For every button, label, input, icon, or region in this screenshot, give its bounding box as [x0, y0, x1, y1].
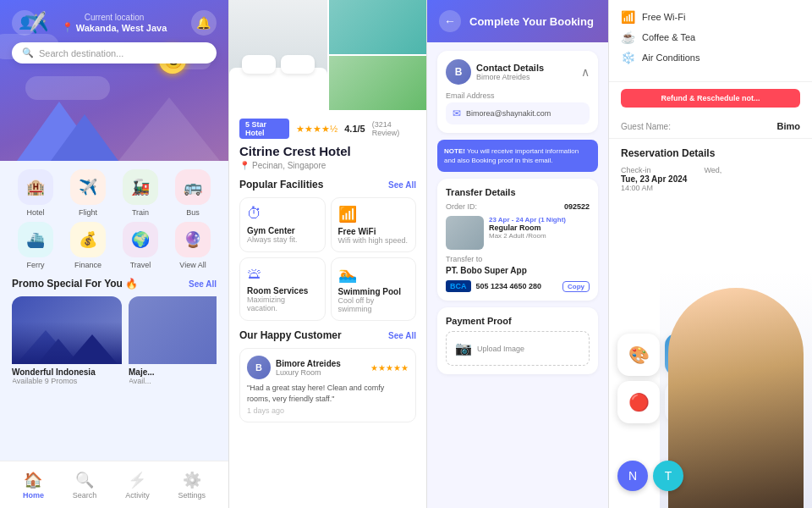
- promo-title: Promo Special For You 🔥: [12, 278, 138, 290]
- refund-reschedule-button[interactable]: Refund & Reschedule not...: [621, 89, 800, 108]
- nav-settings[interactable]: ⚙️ Settings: [178, 471, 206, 500]
- customers-title: Our Happy Customer: [239, 329, 342, 341]
- small-icon-teal[interactable]: T: [653, 461, 683, 491]
- ferry-label: Ferry: [27, 261, 45, 269]
- activity-icon: ⚡: [128, 471, 146, 489]
- room-name: Regular Room: [489, 224, 590, 232]
- notification-bell[interactable]: 🔔: [191, 10, 217, 36]
- ferry-icon-bg: ⛴️: [18, 222, 53, 257]
- contact-left: B Contact Details Bimore Atreides: [446, 59, 544, 85]
- room-service-name: Room Services: [247, 286, 318, 295]
- figma-icon[interactable]: 🎨: [617, 334, 660, 376]
- hero-section: 😊 ✈️ 👤 Current location 📍 Wakanda, West …: [0, 0, 228, 161]
- home-nav-label: Home: [23, 491, 44, 500]
- customers-header: Our Happy Customer See All: [239, 329, 416, 341]
- email-field[interactable]: ✉ Bimorea@shaynakit.com: [446, 102, 590, 124]
- facilities-grid: ⏱ Gym Center Always stay fit. 📶 Free WiF…: [239, 197, 416, 321]
- pool-icon: 🏊: [338, 265, 409, 284]
- home-icon: 🏠: [24, 471, 42, 489]
- avatar[interactable]: 👤: [12, 10, 37, 36]
- coffee-icon: ☕: [621, 30, 635, 44]
- bus-icon-bg: 🚌: [175, 169, 211, 205]
- facility-room-service: 🛎 Room Services Maximizing vacation.: [239, 257, 326, 321]
- facility-pool: 🏊 Swimming Pool Cool off by swimming: [331, 257, 417, 321]
- email-label: Email Address: [446, 91, 590, 100]
- facilities-list: 📶 Free Wi-Fi ☕ Coffee & Tea ❄️ Air Condi…: [609, 0, 812, 82]
- back-button[interactable]: ←: [439, 10, 461, 32]
- review-time: 1 days ago: [247, 406, 409, 415]
- flight-icon-bg: ✈️: [70, 169, 106, 205]
- bank-row: BCA 505 1234 4650 280 Copy: [446, 280, 590, 292]
- checkout-col: Wed,: [704, 166, 721, 192]
- promo-card-2[interactable]: Maje... Avail...: [129, 296, 217, 389]
- checkin-time: 14:00 AM: [621, 184, 687, 192]
- location-pin-icon: 📍: [239, 161, 250, 170]
- rating-row: 5 Star Hotel ★★★★½ 4.1/5 (3214 Review): [239, 119, 416, 139]
- small-app-icons: N T: [617, 461, 683, 491]
- nav-search[interactable]: 🔍 Search: [73, 471, 97, 500]
- category-train[interactable]: 🚂 Train: [117, 169, 164, 217]
- room-info: 23 Apr - 24 Apr (1 Night) Regular Room M…: [489, 216, 590, 240]
- promo-img-1: [12, 296, 122, 364]
- reviewer-row: B Bimore Atreides Luxury Room ★★★★★: [247, 356, 409, 379]
- wifi-desc: Wifi with high speed.: [338, 236, 409, 245]
- bank-number: 505 1234 4650 280: [476, 282, 542, 290]
- location-box: Current location 📍 Wakanda, West Java: [62, 13, 167, 33]
- transfer-section: Transfer Details Order ID: 092522 23 Apr…: [437, 179, 598, 301]
- promo-card-1[interactable]: Wonderful Indonesia Available 9 Promos: [12, 296, 122, 389]
- cloud-3: [25, 76, 110, 100]
- finance-label: Finance: [74, 261, 102, 269]
- category-bus[interactable]: 🚌 Bus: [169, 169, 217, 217]
- review-stars: ★★★★★: [370, 363, 409, 373]
- mountain-2: [51, 114, 118, 161]
- settings-icon: ⚙️: [183, 471, 201, 489]
- gym-icon: ⏱: [247, 205, 318, 223]
- pin-icon: 📍: [62, 22, 74, 33]
- payment-proof-title: Payment Proof: [446, 316, 590, 326]
- email-value: Bimorea@shaynakit.com: [466, 109, 551, 118]
- upload-box[interactable]: 📷 Upload Image: [446, 331, 590, 366]
- booking-body: B Contact Details Bimore Atreides ∧ Emai…: [427, 42, 608, 389]
- booking-title: Complete Your Booking: [469, 15, 594, 28]
- copy-button[interactable]: Copy: [562, 281, 590, 292]
- note-box: NOTE! You will receive important informa…: [437, 140, 598, 172]
- train-label: Train: [132, 208, 149, 217]
- category-flight[interactable]: ✈️ Flight: [64, 169, 112, 217]
- promo-see-all[interactable]: See All: [189, 279, 217, 289]
- customers-see-all[interactable]: See All: [388, 331, 416, 340]
- laravel-icon[interactable]: 🔴: [617, 381, 660, 423]
- promo-sub-1: Available 9 Promos: [12, 377, 122, 385]
- review-text: "Had a great stay here! Clean and comfy …: [247, 383, 409, 404]
- guest-name: Bimo: [777, 121, 801, 131]
- category-travel[interactable]: 🌍 Travel: [117, 222, 164, 269]
- category-hotel[interactable]: 🏨 Hotel: [12, 169, 59, 217]
- note-text: NOTE! You will receive important informa…: [444, 146, 591, 165]
- facility-wifi: 📶 Free WiFi Wifi with high speed.: [331, 197, 417, 252]
- room-capacity: Max 2 Adult /Room: [489, 232, 590, 240]
- category-finance[interactable]: 💰 Finance: [64, 222, 112, 269]
- contact-info: Contact Details Bimore Atreides: [476, 63, 544, 81]
- small-icon-blue[interactable]: N: [617, 461, 648, 491]
- app-header: 👤 Current location 📍 Wakanda, West Java …: [12, 10, 217, 36]
- panel-complete-booking: ← Complete Your Booking B Contact Detail…: [427, 0, 609, 508]
- nav-activity[interactable]: ⚡ Activity: [125, 471, 150, 500]
- facilities-see-all[interactable]: See All: [388, 180, 416, 190]
- promo-cards: Wonderful Indonesia Available 9 Promos M…: [12, 296, 217, 389]
- location-name: 📍 Wakanda, West Java: [62, 22, 167, 33]
- wifi-fac-name: Free Wi-Fi: [642, 12, 685, 22]
- contact-section: B Contact Details Bimore Atreides ∧ Emai…: [437, 51, 598, 133]
- coffee-fac-name: Coffee & Tea: [642, 32, 695, 42]
- contact-avatar: B: [446, 59, 471, 85]
- promo-section-header: Promo Special For You 🔥 See All: [12, 278, 217, 290]
- mountain-3: [118, 97, 220, 161]
- room-image: [446, 216, 484, 250]
- category-viewall[interactable]: 🔮 View All: [169, 222, 217, 269]
- category-ferry[interactable]: ⛴️ Ferry: [12, 222, 59, 269]
- nav-home[interactable]: 🏠 Home: [23, 471, 44, 500]
- search-bar[interactable]: 🔍 Search destination...: [12, 42, 217, 64]
- gym-name: Gym Center: [247, 226, 318, 235]
- category-grid: 🏨 Hotel ✈️ Flight 🚂 Train 🚌 Bus ⛴️ Ferry…: [12, 169, 217, 269]
- guest-label: Guest Name:: [621, 122, 671, 131]
- upload-icon: 📷: [455, 340, 472, 356]
- room-service-icon: 🛎: [247, 265, 318, 283]
